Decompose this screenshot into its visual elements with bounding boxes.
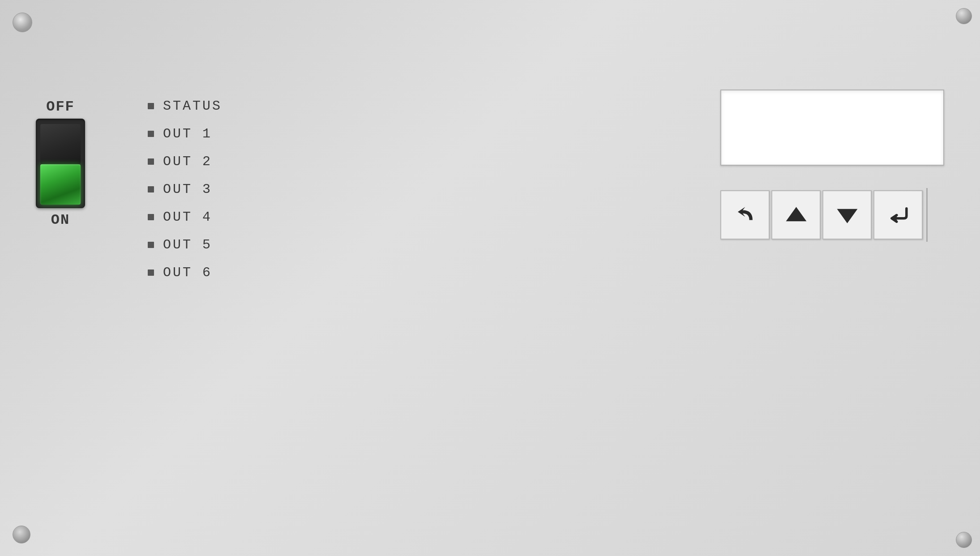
- menu-label-out2: OUT 2: [163, 154, 212, 169]
- menu-label-out1: OUT 1: [163, 126, 212, 141]
- up-arrow-icon: [784, 203, 809, 227]
- menu-bullet-out1: [148, 131, 154, 137]
- menu-item-out6[interactable]: OUT 6: [148, 265, 222, 280]
- menu-label-out3: OUT 3: [163, 182, 212, 197]
- power-switch[interactable]: [36, 119, 85, 208]
- menu-item-out2[interactable]: OUT 2: [148, 154, 222, 169]
- menu-item-status[interactable]: STATUS: [148, 98, 222, 114]
- svg-marker-1: [837, 209, 857, 223]
- screw-bottom-right: [956, 532, 972, 548]
- menu-bullet-out5: [148, 242, 154, 248]
- menu-bullet-out3: [148, 186, 154, 192]
- menu-label-out4: OUT 4: [163, 210, 212, 225]
- enter-button[interactable]: [873, 190, 923, 240]
- svg-marker-0: [786, 207, 806, 221]
- menu-section: STATUS OUT 1 OUT 2 OUT 3 OUT 4 OUT 5: [148, 98, 222, 280]
- menu-bullet-out2: [148, 158, 154, 165]
- switch-on-rocker: [40, 164, 81, 205]
- control-buttons-group: [720, 188, 944, 242]
- menu-bullet-status: [148, 103, 154, 109]
- back-arrow-icon: [733, 203, 757, 227]
- menu-label-out6: OUT 6: [163, 265, 212, 280]
- enter-arrow-icon: [886, 203, 911, 227]
- switch-label-on: ON: [51, 212, 70, 228]
- menu-bullet-out6: [148, 269, 154, 276]
- menu-label-out5: OUT 5: [163, 237, 212, 252]
- menu-item-out3[interactable]: OUT 3: [148, 182, 222, 197]
- switch-off-rocker: [40, 124, 81, 164]
- down-arrow-icon: [835, 203, 860, 227]
- lcd-display: [720, 90, 944, 166]
- screw-top-right: [956, 8, 972, 24]
- button-divider: [926, 188, 928, 242]
- up-button[interactable]: [771, 190, 821, 240]
- screw-bottom-left: [13, 526, 30, 543]
- menu-item-out4[interactable]: OUT 4: [148, 210, 222, 225]
- menu-item-out5[interactable]: OUT 5: [148, 237, 222, 252]
- display-section: [720, 90, 944, 242]
- down-button[interactable]: [822, 190, 872, 240]
- menu-label-status: STATUS: [163, 98, 222, 114]
- menu-item-out1[interactable]: OUT 1: [148, 126, 222, 141]
- switch-label-off: OFF: [46, 98, 75, 115]
- main-panel: OFF ON STATUS OUT 1 OUT 2 OUT 3: [36, 90, 944, 280]
- screw-top-left: [13, 13, 32, 32]
- menu-bullet-out4: [148, 214, 154, 220]
- back-button[interactable]: [720, 190, 770, 240]
- power-switch-section: OFF ON: [36, 98, 85, 228]
